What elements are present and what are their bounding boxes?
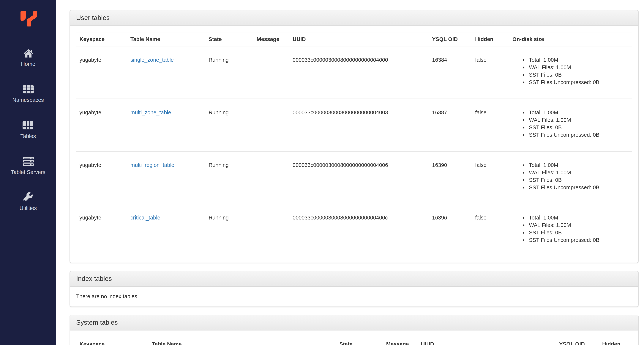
on-disk-size-list: Total: 1.00MWAL Files: 1.00MSST Files: 0… (512, 109, 629, 139)
uuid-cell: 000033c0000030008000000000004003 (290, 99, 429, 151)
sidebar-item-label: Home (21, 61, 36, 67)
state-cell: Running (205, 46, 254, 99)
sidebar-item-label: Tables (20, 133, 36, 139)
on-disk-size-list: Total: 1.00MWAL Files: 1.00MSST Files: 0… (512, 56, 629, 86)
table-row: yugabytemulti_region_tableRunning000033c… (76, 151, 632, 204)
keyspace-cell: yugabyte (76, 151, 127, 204)
ysql-oid-cell: 16390 (429, 151, 472, 204)
keyspace-cell: yugabyte (76, 99, 127, 151)
sidebar-item-namespaces[interactable]: Namespaces (12, 84, 44, 103)
index-tables-empty-text: There are no index tables. (76, 293, 632, 300)
on-disk-size-cell: Total: 1.00MWAL Files: 1.00MSST Files: 0… (509, 99, 632, 151)
on-disk-size-item: SST Files: 0B (529, 124, 629, 131)
column-header-keyspace: Keyspace (76, 32, 127, 46)
user-tables-header-row: Keyspace Table Name State Message UUID Y… (76, 32, 632, 46)
hidden-cell: false (472, 204, 509, 256)
yugabyte-logo[interactable] (19, 9, 37, 28)
table-name-cell: multi_zone_table (127, 99, 205, 151)
on-disk-size-item: SST Files: 0B (529, 176, 629, 184)
keyspace-cell: yugabyte (76, 46, 127, 99)
column-header-state: State (205, 32, 254, 46)
sidebar-item-label: Tablet Servers (11, 169, 46, 175)
message-cell (253, 46, 289, 99)
sidebar-item-label: Namespaces (12, 97, 44, 103)
user-tables-table: Keyspace Table Name State Message UUID Y… (76, 32, 632, 256)
on-disk-size-item: WAL Files: 1.00M (529, 222, 629, 229)
table-row: yugabytecritical_tableRunning000033c0000… (76, 204, 632, 256)
system-tables-panel-body: Keyspace Table Name State Message UUID Y… (70, 330, 638, 345)
on-disk-size-cell: Total: 1.00MWAL Files: 1.00MSST Files: 0… (509, 46, 632, 99)
sidebar-item-home[interactable]: Home (21, 48, 36, 67)
table-name-cell: critical_table (127, 204, 205, 256)
system-tables-panel-title: System tables (70, 315, 638, 330)
table-name-link[interactable]: single_zone_table (130, 57, 174, 63)
state-cell: Running (205, 151, 254, 204)
index-tables-panel-title: Index tables (70, 271, 638, 287)
state-cell: Running (205, 99, 254, 151)
user-tables-panel: User tables Keyspace Table Name State Me… (70, 10, 638, 263)
keyspace-cell: yugabyte (76, 204, 127, 256)
message-cell (253, 151, 289, 204)
hidden-cell: false (472, 151, 509, 204)
column-header-table-name: Table Name (148, 337, 336, 345)
on-disk-size-item: Total: 1.00M (529, 109, 629, 116)
table-name-link[interactable]: critical_table (130, 215, 160, 221)
sidebar: Home Namespaces (0, 0, 56, 345)
wrench-icon (23, 192, 34, 202)
column-header-hidden: Hidden (599, 337, 632, 345)
hidden-cell: false (472, 99, 509, 151)
column-header-message: Message (253, 32, 289, 46)
table-row: yugabytemulti_zone_tableRunning000033c00… (76, 99, 632, 151)
on-disk-size-item: Total: 1.00M (529, 162, 629, 169)
column-header-hidden: Hidden (472, 32, 509, 46)
column-header-state: State (336, 337, 383, 345)
table-grid-icon (22, 120, 34, 130)
on-disk-size-item: WAL Files: 1.00M (529, 64, 629, 71)
table-name-cell: multi_region_table (127, 151, 205, 204)
on-disk-size-item: SST Files Uncompressed: 0B (529, 131, 629, 139)
on-disk-size-item: SST Files: 0B (529, 71, 629, 79)
on-disk-size-item: Total: 1.00M (529, 56, 629, 64)
column-header-uuid: UUID (290, 32, 429, 46)
index-tables-panel: Index tables There are no index tables. (70, 271, 638, 307)
on-disk-size-list: Total: 1.00MWAL Files: 1.00MSST Files: 0… (512, 214, 629, 244)
on-disk-size-cell: Total: 1.00MWAL Files: 1.00MSST Files: 0… (509, 151, 632, 204)
column-header-keyspace: Keyspace (76, 337, 149, 345)
on-disk-size-item: SST Files Uncompressed: 0B (529, 236, 629, 244)
user-tables-body: yugabytesingle_zone_tableRunning000033c0… (76, 46, 632, 256)
ysql-oid-cell: 16396 (429, 204, 472, 256)
on-disk-size-item: SST Files: 0B (529, 229, 629, 236)
hidden-cell: false (472, 46, 509, 99)
column-header-uuid: UUID (418, 337, 556, 345)
on-disk-size-list: Total: 1.00MWAL Files: 1.00MSST Files: 0… (512, 162, 629, 191)
state-cell: Running (205, 204, 254, 256)
column-header-ysql-oid: YSQL OID (429, 32, 472, 46)
sidebar-item-utilities[interactable]: Utilities (20, 192, 37, 211)
app: Home Namespaces (0, 0, 644, 345)
home-icon (22, 48, 34, 58)
sidebar-item-tablet-servers[interactable]: Tablet Servers (11, 156, 46, 175)
sidebar-item-label: Utilities (20, 205, 37, 211)
table-row: yugabytesingle_zone_tableRunning000033c0… (76, 46, 632, 99)
table-name-cell: single_zone_table (127, 46, 205, 99)
on-disk-size-item: WAL Files: 1.00M (529, 169, 629, 176)
ysql-oid-cell: 16384 (429, 46, 472, 99)
system-tables-panel: System tables Keyspace Table Name State … (70, 315, 638, 345)
sidebar-item-tables[interactable]: Tables (20, 120, 36, 139)
column-header-table-name: Table Name (127, 32, 205, 46)
sidebar-nav: Home Namespaces (11, 48, 46, 228)
table-name-link[interactable]: multi_zone_table (130, 109, 171, 115)
user-tables-panel-title: User tables (70, 11, 638, 26)
user-tables-panel-body: Keyspace Table Name State Message UUID Y… (70, 26, 638, 263)
on-disk-size-item: Total: 1.00M (529, 214, 629, 222)
system-tables-table: Keyspace Table Name State Message UUID Y… (76, 337, 632, 345)
system-tables-header-row: Keyspace Table Name State Message UUID Y… (76, 337, 632, 345)
table-name-link[interactable]: multi_region_table (130, 162, 174, 168)
column-header-message: Message (383, 337, 418, 345)
main-content: User tables Keyspace Table Name State Me… (56, 0, 644, 345)
column-header-ysql-oid: YSQL OID (556, 337, 599, 345)
uuid-cell: 000033c0000030008000000000004006 (290, 151, 429, 204)
on-disk-size-item: WAL Files: 1.00M (529, 116, 629, 124)
ysql-oid-cell: 16387 (429, 99, 472, 151)
uuid-cell: 000033c000003000800000000000400c (290, 204, 429, 256)
